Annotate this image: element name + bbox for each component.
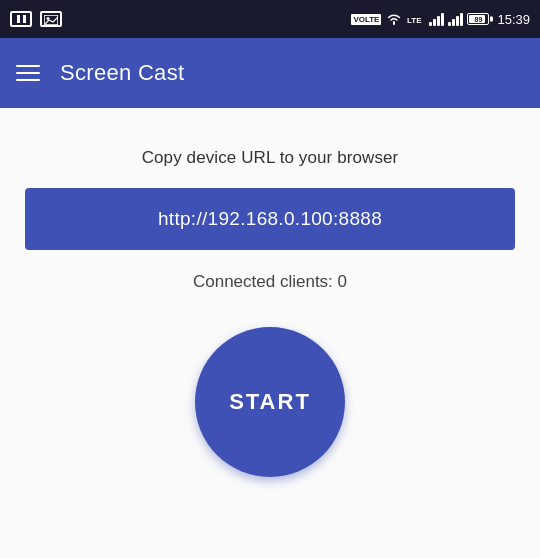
hamburger-line [16, 79, 40, 81]
status-bar: VOLTE LTE 89 15:39 [0, 0, 540, 38]
battery-level: 89 [475, 16, 483, 23]
volte-badge: VOLTE [351, 14, 381, 25]
status-bar-right: VOLTE LTE 89 15:39 [351, 12, 530, 27]
status-bar-left [10, 11, 62, 27]
signal-bar [437, 16, 440, 26]
svg-text:LTE: LTE [407, 16, 422, 25]
app-title: Screen Cast [60, 60, 184, 86]
status-time: 15:39 [497, 12, 530, 27]
pause-bar-left [17, 15, 20, 23]
battery-icon: 89 [467, 13, 489, 25]
main-content: Copy device URL to your browser http://1… [0, 108, 540, 558]
hamburger-line [16, 72, 40, 74]
signal-bar [433, 19, 436, 26]
signal-bar [452, 19, 455, 26]
image-icon [40, 11, 62, 27]
signal-bar [456, 16, 459, 26]
instruction-text: Copy device URL to your browser [142, 148, 399, 168]
start-label: START [229, 389, 311, 415]
signal-bar [448, 22, 451, 26]
menu-button[interactable] [16, 65, 40, 81]
wifi-icon [385, 12, 403, 26]
start-button[interactable]: START [195, 327, 345, 477]
signal-bars-1 [429, 12, 444, 26]
pause-bar-right [23, 15, 26, 23]
signal-bar [441, 13, 444, 26]
hamburger-line [16, 65, 40, 67]
signal-bar [460, 13, 463, 26]
url-box[interactable]: http://192.168.0.100:8888 [25, 188, 515, 250]
signal-bar [429, 22, 432, 26]
device-url: http://192.168.0.100:8888 [158, 208, 382, 229]
signal-bars-2 [448, 12, 463, 26]
connected-clients-text: Connected clients: 0 [193, 272, 347, 292]
pause-icon [10, 11, 32, 27]
lte-icon: LTE [407, 12, 425, 26]
app-bar: Screen Cast [0, 38, 540, 108]
